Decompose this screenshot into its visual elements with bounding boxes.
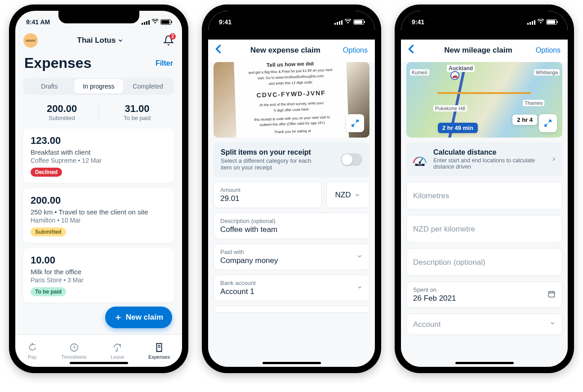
org-selector[interactable]: Thai Lotus <box>77 36 124 45</box>
map-label: Thames <box>523 100 544 106</box>
expand-button[interactable] <box>346 114 364 132</box>
nav-label: Leave <box>111 354 124 360</box>
nav-pay[interactable]: Pay <box>27 343 37 360</box>
map-label: Auckland <box>447 65 475 72</box>
field-label: Bank account <box>220 280 363 286</box>
map-label: Pukekohe Hill <box>433 105 467 111</box>
phone-new-mileage: 9:41 New mileage claim Options Kumeū A <box>395 4 574 373</box>
home-indicator[interactable] <box>70 362 128 364</box>
chevron-left-icon <box>215 44 222 54</box>
notifications-button[interactable]: 2 <box>163 35 174 46</box>
currency-selector[interactable]: NZD <box>326 182 369 208</box>
split-toggle[interactable] <box>341 153 362 166</box>
map-preview[interactable]: Kumeū Auckland Whitianga Pukekohe Hill T… <box>406 62 562 138</box>
filter-button[interactable]: Filter <box>156 59 173 67</box>
svg-point-2 <box>120 344 121 345</box>
back-button[interactable] <box>215 44 228 57</box>
expense-card[interactable]: 200.00 250 km • Travel to see the client… <box>23 188 174 243</box>
chevron-down-icon <box>356 284 363 292</box>
chevron-down-icon <box>117 37 124 44</box>
nav-leave[interactable]: Leave <box>111 343 124 360</box>
tab-completed[interactable]: Completed <box>123 79 173 94</box>
status-time: 9:41 <box>219 18 231 26</box>
expense-desc: Breakfast with client <box>31 148 167 156</box>
speedometer-icon: K M H I <box>412 151 428 167</box>
avatar[interactable]: www <box>23 33 38 48</box>
phone-expenses-list: 9:41 AM www Thai Lotus 2 <box>9 4 188 373</box>
options-button[interactable]: Options <box>343 46 368 54</box>
svg-text:K M H I: K M H I <box>418 164 422 166</box>
calc-heading: Calculate distance <box>433 148 545 156</box>
description-field[interactable]: Description (optional) <box>406 248 562 276</box>
battery-icon <box>160 19 171 25</box>
kilometres-field[interactable]: Kilometres <box>406 182 562 209</box>
receipt-image[interactable]: Tell us how we did and get a Big Mac & F… <box>214 62 369 138</box>
back-button[interactable] <box>408 44 421 57</box>
fab-label: New claim <box>126 313 163 322</box>
chevron-left-icon <box>408 44 414 54</box>
spent-on-field[interactable]: Spent on 26 Feb 2021 <box>406 281 562 308</box>
status-badge: Declined <box>31 168 62 177</box>
notch <box>58 11 139 23</box>
calculate-distance-panel[interactable]: K M H I Calculate distance Enter start a… <box>406 142 562 176</box>
receipt-paper: Tell us how we did and get a Big Mac & F… <box>233 62 349 138</box>
expense-card[interactable]: 123.00 Breakfast with client Coffee Supr… <box>23 129 174 183</box>
expense-amount: 123.00 <box>31 135 167 147</box>
tab-in-progress[interactable]: In progress <box>74 79 124 94</box>
screen-title: New expense claim <box>228 46 343 55</box>
wifi-icon <box>537 18 544 26</box>
currency-value: NZD <box>335 191 351 200</box>
phone-new-expense: 9:41 New expense claim Options Tell us h… <box>202 4 381 373</box>
nav-timesheets[interactable]: Timesheets <box>61 343 86 360</box>
signal-icon <box>527 19 535 25</box>
status-time: 9:41 <box>412 18 424 26</box>
options-button[interactable]: Options <box>536 46 561 54</box>
expense-amount: 200.00 <box>31 195 167 206</box>
expense-meta: Coffee Supreme • 12 Mar <box>31 157 167 164</box>
field-label: Description (optional) <box>220 218 363 224</box>
description-field[interactable]: Description (optional) Coffee with team <box>214 213 369 239</box>
battery-icon <box>353 19 364 25</box>
rate-field[interactable]: NZD per kilometre <box>406 215 562 243</box>
new-claim-button[interactable]: New claim <box>105 307 172 328</box>
screen-title: New mileage claim <box>421 46 536 55</box>
split-items-panel: Split items on your receipt Select a dif… <box>214 142 369 177</box>
field-value: Company money <box>220 256 363 265</box>
field-placeholder: Description (optional) <box>413 258 556 267</box>
summary-row: 200.00 Submitted 31.00 To be paid <box>15 98 182 129</box>
submitted-value: 200.00 <box>47 103 77 115</box>
notch <box>444 11 525 23</box>
map-road <box>437 92 531 94</box>
tab-drafts[interactable]: Drafts <box>25 79 74 94</box>
bank-account-field[interactable]: Bank account Account 1 <box>214 275 369 301</box>
amount-field[interactable]: Amount 29.01 <box>214 182 322 208</box>
expand-icon <box>544 119 552 127</box>
expense-desc: Milk for the office <box>31 268 167 276</box>
map-label: Whitianga <box>534 69 560 76</box>
account-field[interactable]: Account <box>406 313 562 335</box>
home-indicator[interactable] <box>455 362 514 364</box>
field-placeholder: NZD per kilometre <box>413 225 556 234</box>
clock-icon <box>69 343 79 352</box>
expense-amount: 10.00 <box>31 254 167 266</box>
tobepaid-value: 31.00 <box>124 103 151 115</box>
expand-button[interactable] <box>539 114 557 132</box>
chevron-down-icon <box>354 192 360 198</box>
paid-with-field[interactable]: Paid with Company money <box>214 244 369 270</box>
calendar-icon <box>547 290 556 300</box>
status-time: 9:41 AM <box>26 18 50 26</box>
wifi-icon <box>151 18 159 26</box>
nav-expenses[interactable]: Expenses <box>148 343 170 360</box>
expense-card[interactable]: 10.00 Milk for the office Paris Store • … <box>23 248 174 303</box>
home-indicator[interactable] <box>263 362 321 364</box>
svg-point-0 <box>32 343 33 344</box>
map-label: Kumeū <box>410 69 429 76</box>
org-name: Thai Lotus <box>77 36 116 45</box>
next-field[interactable] <box>214 306 369 313</box>
chevron-down-icon <box>356 253 363 261</box>
umbrella-icon <box>112 343 122 352</box>
nav-label: Pay <box>28 354 36 360</box>
tobepaid-label: To be paid <box>124 115 151 121</box>
expense-desc: 250 km • Travel to see the client on sit… <box>31 208 167 216</box>
calc-sub: Enter start and end locations to calcula… <box>433 157 545 170</box>
